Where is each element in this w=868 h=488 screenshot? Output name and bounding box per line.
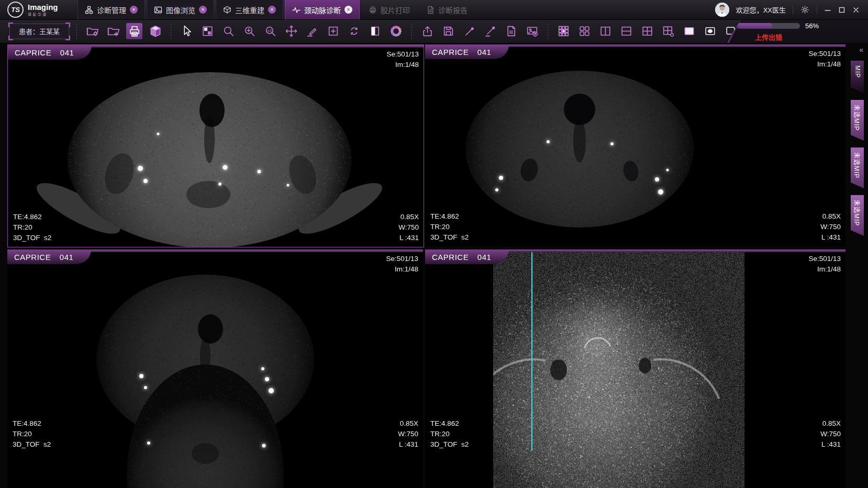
tool-window-level[interactable] xyxy=(367,23,383,39)
tool-probe[interactable] xyxy=(461,23,477,39)
sequence-name: 3D_TOF s2 xyxy=(430,232,469,243)
tool-open-study-settings[interactable] xyxy=(84,23,101,39)
series-info: Se:501/13Im:1/48 xyxy=(386,254,418,275)
tool-upload[interactable] xyxy=(419,23,436,39)
tab-label: 胶片打印 xyxy=(381,5,410,15)
tool-probe-baseline[interactable] xyxy=(482,23,498,39)
tool-measure[interactable] xyxy=(304,23,320,39)
sidebar-tab-mip[interactable]: MIP xyxy=(851,61,864,93)
maximize-button[interactable] xyxy=(838,6,845,14)
tool-new-study[interactable] xyxy=(105,23,121,39)
window-level: L :431 xyxy=(398,233,419,243)
crosshair-reference-line[interactable] xyxy=(531,251,532,451)
tool-export-image[interactable] xyxy=(524,23,540,39)
sidebar-tab-unselected-mip-1[interactable]: 未选MIP xyxy=(851,100,864,141)
tool-cursor[interactable] xyxy=(179,23,195,39)
tool-new-report[interactable] xyxy=(503,23,519,39)
tab-3d-reconstruction[interactable]: 三维重建 × xyxy=(216,0,283,19)
close-button[interactable] xyxy=(852,6,860,14)
tool-save[interactable] xyxy=(440,23,457,39)
tool-volume-3d[interactable] xyxy=(147,23,163,39)
series-number: Se:501/13 xyxy=(386,49,419,60)
sequence-name: 3D_TOF s2 xyxy=(13,233,51,243)
display-info: 0.85XW:750L :431 xyxy=(398,212,419,243)
viewport-4[interactable]: CAPRICE 041 Se:501/13Im:1/48 TE:4.862TR:… xyxy=(425,249,845,488)
sidebar-tab-unselected-mip-2[interactable]: 未选MIP xyxy=(851,147,864,188)
display-info: 0.85XW:750L :431 xyxy=(820,211,841,243)
series-number: Se:501/13 xyxy=(386,254,418,264)
upload-percent: 56% xyxy=(805,22,819,30)
toolbar-divider xyxy=(76,24,77,39)
collapse-left-icon[interactable]: « xyxy=(859,46,864,54)
tool-magnify[interactable] xyxy=(220,23,237,39)
logo-monogram-icon: TS xyxy=(7,2,24,18)
viewport-3[interactable]: CAPRICE 041 Se:501/13Im:1/48 TE:4.862TR:… xyxy=(7,249,423,488)
tool-rotate[interactable] xyxy=(346,23,362,39)
image-number: Im:1/48 xyxy=(386,60,419,70)
printer-icon xyxy=(369,6,377,14)
toolbar-divider xyxy=(411,24,412,39)
window-width: W:750 xyxy=(820,429,841,439)
series-title: CAPRICE 041 xyxy=(432,253,491,262)
sidebar-tab-unselected-mip-3[interactable]: 未选MIP xyxy=(851,195,864,236)
acquisition-info: TE:4.862TR:203D_TOF s2 xyxy=(430,211,469,243)
minimize-button[interactable] xyxy=(824,6,831,14)
tool-grid-3x3[interactable] xyxy=(555,23,572,39)
series-info: Se:501/13Im:1/48 xyxy=(808,49,841,70)
mri-mip-image[interactable] xyxy=(425,249,845,488)
series-tab[interactable]: CAPRICE 041 xyxy=(425,44,509,59)
patient-selector[interactable]: 患者：王某某 xyxy=(9,24,69,39)
mri-axial-image[interactable] xyxy=(8,45,424,247)
tab-carotid-diagnosis[interactable]: 颈动脉诊断 × xyxy=(285,0,360,19)
toolbar: 患者：王某某 x2 xyxy=(0,19,868,43)
series-tab[interactable]: CAPRICE 041 xyxy=(425,249,509,264)
zoom-factor: 0.85X xyxy=(398,418,418,429)
image-number: Im:1/48 xyxy=(808,59,841,70)
divider xyxy=(793,5,793,15)
tool-grid-2x2[interactable] xyxy=(639,23,655,39)
mri-axial-image[interactable] xyxy=(7,249,423,488)
cube-icon xyxy=(223,6,231,14)
series-tab[interactable]: CAPRICE 041 xyxy=(8,45,92,60)
sequence-name: 3D_TOF s2 xyxy=(13,439,51,450)
te-value: TE:4.862 xyxy=(430,418,469,429)
tab-label: 诊断报告 xyxy=(438,5,468,15)
close-icon[interactable]: × xyxy=(130,6,138,14)
zoom-factor: 0.85X xyxy=(398,212,419,222)
user-area: 欢迎您，XX医生 xyxy=(715,0,868,19)
close-icon[interactable]: × xyxy=(199,6,207,14)
tab-image-browse[interactable]: 图像浏览 × xyxy=(147,0,214,19)
close-icon[interactable]: × xyxy=(344,6,352,14)
gear-icon[interactable] xyxy=(800,5,810,15)
tool-clear-grid[interactable] xyxy=(660,23,676,39)
series-info: Se:501/13Im:1/48 xyxy=(386,49,419,70)
tab-film-print: 胶片打印 xyxy=(361,0,417,19)
viewport-1[interactable]: CAPRICE 041 Se:501/13Im:1/48 TE:4.862TR:… xyxy=(7,44,424,247)
org-chart-icon xyxy=(85,6,93,14)
tool-split-horizontal[interactable] xyxy=(618,23,635,39)
tool-zoom-2x[interactable]: x2 xyxy=(262,23,279,39)
app-subtitle: 清影华康 xyxy=(28,12,58,17)
tab-diagnosis-management[interactable]: 诊断管理 × xyxy=(77,0,145,19)
tool-zoom-in[interactable] xyxy=(241,23,258,39)
divider xyxy=(817,5,817,15)
acquisition-info: TE:4.862TR:203D_TOF s2 xyxy=(13,418,51,450)
display-info: 0.85XW:750L :431 xyxy=(398,418,418,450)
tool-print[interactable] xyxy=(126,23,142,39)
tool-region-select[interactable] xyxy=(325,23,341,39)
avatar[interactable] xyxy=(715,3,729,17)
tool-pan[interactable] xyxy=(283,23,299,39)
mri-axial-image[interactable] xyxy=(425,44,845,246)
tool-layout-tile[interactable] xyxy=(199,23,216,39)
tr-value: TR:20 xyxy=(13,222,51,233)
close-icon[interactable]: × xyxy=(268,6,276,14)
tool-color-map[interactable] xyxy=(388,23,404,39)
series-tab[interactable]: CAPRICE 041 xyxy=(7,249,91,264)
tool-ellipse-view[interactable] xyxy=(702,23,718,39)
zoom-factor: 0.85X xyxy=(820,418,841,429)
tool-single-view[interactable] xyxy=(681,23,697,39)
tool-grid-blocks[interactable] xyxy=(576,23,593,39)
upload-progress-bar xyxy=(737,23,800,29)
viewport-2[interactable]: CAPRICE 041 Se:501/13Im:1/48 TE:4.862TR:… xyxy=(425,44,845,246)
tool-split-vertical[interactable] xyxy=(597,23,614,39)
